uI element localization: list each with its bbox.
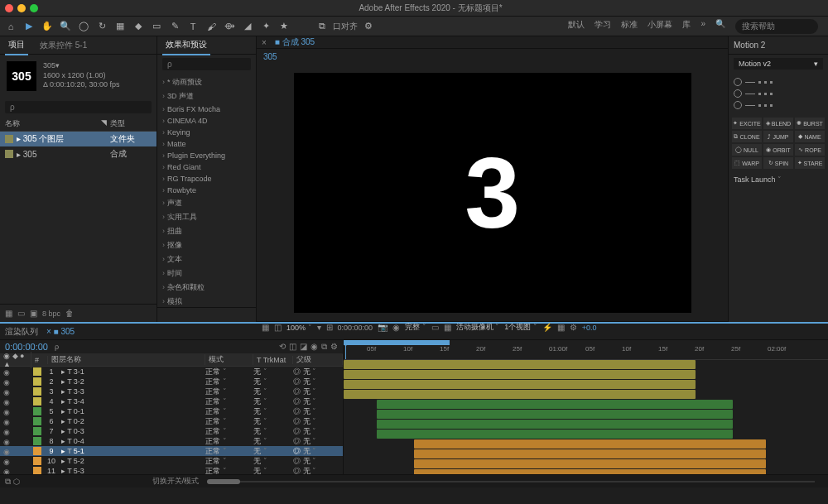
project-item[interactable]: ▸ 305合成	[0, 146, 156, 161]
roto-tool-icon[interactable]: ✦	[258, 19, 273, 34]
col-type-header[interactable]: 类型	[110, 118, 152, 129]
layer-row[interactable]: ◉3▸ T3-3正常无◎ 无	[0, 386, 343, 396]
new-folder-icon[interactable]: ▭	[17, 309, 25, 318]
workspace-tab[interactable]: 小屏幕	[647, 19, 672, 34]
timeline-zoom-slider[interactable]	[207, 478, 815, 485]
label-icon[interactable]: ◥	[101, 118, 107, 129]
tab-render-queue[interactable]: 渲染队列	[5, 326, 38, 338]
workspace-tab[interactable]: 学习	[595, 19, 611, 34]
layer-row[interactable]: ◉11▸ T5-3正常无◎ 无	[0, 466, 343, 474]
effect-category[interactable]: Red Giant	[157, 161, 256, 173]
effect-category[interactable]: 杂色和颗粒	[157, 281, 256, 295]
layer-row[interactable]: ◉10▸ T5-2正常无◎ 无	[0, 456, 343, 466]
orbit-tool-icon[interactable]: ◯	[76, 19, 91, 34]
tab-project[interactable]: 项目	[5, 36, 28, 55]
layer-row[interactable]: ◉7▸ T0-3正常无◎ 无	[0, 426, 343, 436]
effect-category[interactable]: 模拟	[157, 295, 256, 307]
frame-blend-icon[interactable]: ◪	[300, 342, 307, 352]
layer-bar[interactable]	[414, 439, 766, 449]
effect-category[interactable]: 3D 声道	[157, 89, 256, 103]
project-item[interactable]: ▸ 305 个图层文件夹	[0, 132, 156, 146]
rotate-tool-icon[interactable]: ↻	[94, 19, 109, 34]
bpc-label[interactable]: 8 bpc	[42, 310, 60, 318]
layer-bar[interactable]	[377, 400, 733, 409]
layer-bar[interactable]	[377, 420, 733, 429]
motion-button-null[interactable]: ◯NULL	[732, 144, 762, 156]
x-icon[interactable]: ×	[262, 38, 267, 47]
shy-icon[interactable]: ⟲	[279, 342, 286, 352]
window-min-button[interactable]	[17, 4, 26, 12]
help-search-input[interactable]: 搜索帮助	[735, 19, 818, 34]
comp-thumbnail[interactable]: 305	[7, 61, 36, 91]
layer-row[interactable]: ◉6▸ T0-2正常无◎ 无	[0, 416, 343, 426]
effect-category[interactable]: Boris FX Mocha	[157, 103, 256, 115]
motion-button-rope[interactable]: ∿ROPE	[795, 144, 825, 156]
effect-category[interactable]: * 动画预设	[157, 75, 256, 89]
motion-button-jump[interactable]: ⤴JUMP	[763, 131, 793, 142]
layer-bar[interactable]	[414, 449, 766, 458]
layer-row[interactable]: ◉1▸ T3-1正常无◎ 无	[0, 367, 343, 377]
timeline-timecode[interactable]: 0:00:00:00	[5, 342, 48, 352]
motion-button-spin[interactable]: ↻SPIN	[763, 157, 793, 169]
home-icon[interactable]: ⌂	[3, 19, 18, 34]
layer-row[interactable]: ◉8▸ T0-4正常无◎ 无	[0, 436, 343, 446]
motion-button-stare[interactable]: ✦STARE	[795, 157, 825, 169]
effect-category[interactable]: 抠像	[157, 238, 256, 252]
col-layer-name-header[interactable]: 图层名称	[48, 354, 205, 365]
timeline-ruler[interactable]: 05f10f15f20f25f01:00f05f10f15f20f25f02:0…	[344, 340, 828, 360]
target-ring-icon[interactable]	[734, 78, 742, 86]
workspace-more-icon[interactable]: »	[700, 19, 705, 34]
effect-category[interactable]: 文本	[157, 252, 256, 266]
motion-button-burst[interactable]: ✺BURST	[795, 118, 825, 129]
tab-timeline-comp[interactable]: × ■ 305	[46, 327, 75, 336]
project-search-input[interactable]	[5, 101, 152, 113]
snap-opt-icon[interactable]: ⚙	[361, 19, 376, 34]
camera-tool-icon[interactable]: ▦	[113, 19, 128, 34]
brain-icon[interactable]: ⚙	[330, 342, 338, 352]
layer-row[interactable]: ◉9▸ T5-1正常无◎ 无	[0, 446, 343, 456]
search-icon[interactable]: 🔍	[715, 19, 725, 34]
layer-bar[interactable]	[377, 410, 733, 419]
graph-icon[interactable]: ⧉	[321, 342, 327, 352]
effect-category[interactable]: Matte	[157, 138, 256, 150]
effect-category[interactable]: Rowbyte	[157, 185, 256, 196]
snap-toggle-icon[interactable]: ⧉	[315, 19, 330, 34]
target-ring-icon[interactable]	[734, 101, 742, 109]
eraser-tool-icon[interactable]: ◢	[240, 19, 255, 34]
task-launch-dropdown[interactable]: Task Launch	[734, 175, 782, 184]
window-max-button[interactable]	[30, 4, 38, 12]
layer-bar[interactable]	[377, 430, 733, 439]
timeline-search[interactable]: ρ	[55, 343, 59, 351]
layer-bar[interactable]	[344, 380, 696, 389]
window-close-button[interactable]	[5, 4, 13, 12]
motion-title[interactable]: Motion 2	[734, 41, 765, 50]
tab-comp[interactable]: ■ 合成 305	[275, 36, 315, 48]
effect-category[interactable]: RG Trapcode	[157, 173, 256, 185]
draft-icon[interactable]: ◫	[289, 342, 296, 352]
motion-version-dropdown[interactable]: Motion v2▾	[734, 58, 823, 70]
tab-effects-presets[interactable]: 效果和预设	[162, 36, 210, 55]
type-tool-icon[interactable]: T	[185, 19, 200, 34]
effect-category[interactable]: 扭曲	[157, 224, 256, 238]
selection-tool-icon[interactable]: ▶	[22, 19, 36, 34]
layer-bar[interactable]	[344, 370, 696, 379]
comp-canvas[interactable]: 3	[294, 73, 691, 313]
delete-icon[interactable]: 🗑	[65, 309, 74, 318]
motion-button-orbit[interactable]: ◉ORBIT	[763, 144, 793, 156]
layer-bar[interactable]	[414, 469, 766, 474]
motion-button-blend[interactable]: ◈BLEND	[763, 118, 793, 129]
brush-tool-icon[interactable]: 🖌	[204, 19, 219, 34]
col-trkmat-header[interactable]: T TrkMat	[253, 356, 293, 364]
zoom-tool-icon[interactable]: 🔍	[58, 19, 73, 34]
layer-row[interactable]: ◉5▸ T0-1正常无◎ 无	[0, 406, 343, 416]
puppet-tool-icon[interactable]: ★	[277, 19, 291, 34]
comp-flowchart[interactable]: 305	[257, 49, 728, 65]
effect-category[interactable]: 实用工具	[157, 210, 256, 224]
effect-category[interactable]: Plugin Everything	[157, 150, 256, 161]
viewer[interactable]: 3	[257, 65, 728, 321]
effect-category[interactable]: 声道	[157, 196, 256, 210]
effect-category[interactable]: 时间	[157, 266, 256, 281]
motion-button-warp[interactable]: ⬚WARP	[732, 157, 762, 169]
workspace-tab[interactable]: 标准	[621, 19, 638, 34]
workspace-tab[interactable]: 默认	[568, 19, 585, 34]
